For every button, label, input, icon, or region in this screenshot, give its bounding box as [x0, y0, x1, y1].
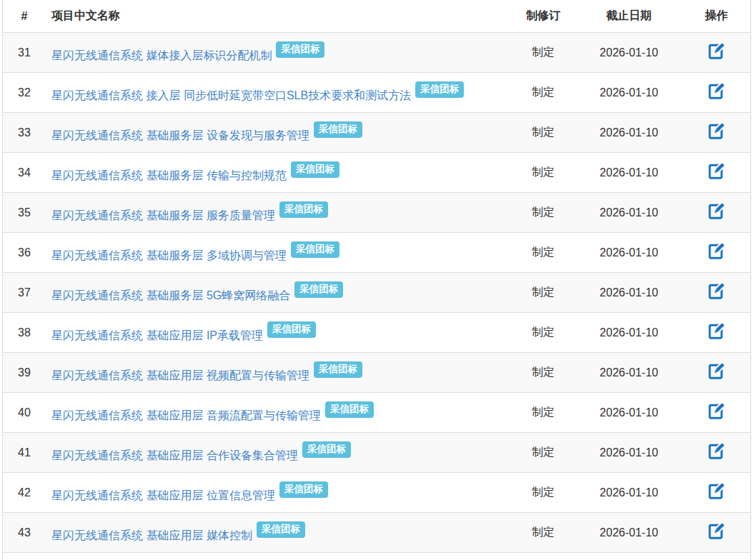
actions-cell	[683, 393, 750, 433]
tag-badge-label: 采信团标	[296, 164, 334, 174]
table-row: 44 星闪无线通信系统 网络安全 通用要求采信团标 制定 2026-01-10	[3, 553, 750, 560]
row-number: 32	[3, 73, 46, 113]
table-row: 42 星闪无线通信系统 基础应用层 位置信息管理采信团标 制定 2026-01-…	[3, 473, 750, 513]
tag-badge: 采信团标	[325, 401, 374, 418]
deadline-cell: 2026-01-10	[575, 193, 683, 233]
edit-icon	[707, 281, 726, 301]
actions-cell	[683, 233, 750, 273]
col-header-index: #	[3, 0, 46, 33]
row-number: 37	[3, 273, 46, 313]
project-name-link[interactable]: 星闪无线通信系统 接入层 同步低时延宽带空口SLB技术要求和测试方法	[51, 89, 411, 101]
edit-button[interactable]	[707, 401, 726, 421]
project-name-cell: 星闪无线通信系统 基础应用层 媒体控制采信团标	[46, 513, 511, 553]
tag-badge-label: 采信团标	[296, 244, 334, 254]
edit-icon	[707, 41, 726, 61]
table-row: 43 星闪无线通信系统 基础应用层 媒体控制采信团标 制定 2026-01-10	[3, 513, 750, 553]
tag-badge: 采信团标	[276, 41, 324, 58]
table-row: 32 星闪无线通信系统 接入层 同步低时延宽带空口SLB技术要求和测试方法采信团…	[3, 73, 750, 113]
project-name-link[interactable]: 星闪无线通信系统 基础应用层 音频流配置与传输管理	[51, 409, 321, 421]
project-name-link[interactable]: 星闪无线通信系统 基础应用层 媒体控制	[51, 529, 252, 541]
row-number: 40	[3, 393, 46, 433]
revision-cell: 制定	[511, 33, 575, 73]
edit-button[interactable]	[707, 241, 726, 261]
deadline-cell: 2026-01-10	[575, 233, 683, 273]
actions-cell	[683, 433, 750, 473]
edit-icon	[707, 321, 726, 341]
project-name-cell: 星闪无线通信系统 基础应用层 音频流配置与传输管理采信团标	[46, 393, 511, 433]
table-row: 34 星闪无线通信系统 基础服务层 传输与控制规范采信团标 制定 2026-01…	[3, 153, 750, 193]
row-number: 36	[3, 233, 46, 273]
actions-cell	[683, 193, 750, 233]
tag-badge: 采信团标	[291, 161, 339, 178]
row-number: 39	[3, 353, 46, 393]
project-name-link[interactable]: 星闪无线通信系统 基础服务层 服务质量管理	[51, 209, 275, 221]
actions-cell	[683, 33, 750, 73]
project-name-link[interactable]: 星闪无线通信系统 基础服务层 设备发现与服务管理	[51, 129, 309, 141]
tag-badge: 采信团标	[279, 481, 328, 498]
project-name-link[interactable]: 星闪无线通信系统 基础应用层 位置信息管理	[51, 489, 275, 501]
col-header-actions: 操作	[683, 0, 750, 33]
projects-table: # 项目中文名称 制修订 截止日期 操作 31 星闪无线通信系统 媒体接入层标识…	[3, 0, 750, 560]
edit-button[interactable]	[707, 321, 726, 341]
tag-badge: 采信团标	[415, 81, 464, 98]
table-row: 31 星闪无线通信系统 媒体接入层标识分配机制采信团标 制定 2026-01-1…	[3, 33, 750, 73]
deadline-cell: 2026-01-10	[575, 393, 683, 433]
tag-badge-label: 采信团标	[319, 364, 357, 374]
edit-button[interactable]	[707, 441, 726, 461]
edit-icon	[707, 401, 726, 421]
deadline-cell: 2026-01-10	[575, 313, 683, 353]
col-header-revision: 制修订	[511, 0, 575, 33]
edit-icon	[707, 121, 726, 141]
edit-button[interactable]	[707, 281, 726, 301]
edit-icon	[707, 241, 726, 261]
tag-badge-label: 采信团标	[284, 484, 323, 494]
tag-badge-label: 采信团标	[420, 84, 459, 94]
row-number: 35	[3, 193, 46, 233]
project-name-link[interactable]: 星闪无线通信系统 基础应用层 视频配置与传输管理	[51, 369, 309, 381]
actions-cell	[683, 273, 750, 313]
project-name-link[interactable]: 星闪无线通信系统 基础服务层 多域协调与管理	[51, 249, 287, 261]
revision-cell: 制定	[511, 153, 575, 193]
table-body: 31 星闪无线通信系统 媒体接入层标识分配机制采信团标 制定 2026-01-1…	[3, 33, 750, 560]
row-number: 38	[3, 313, 46, 353]
actions-cell	[683, 313, 750, 353]
deadline-cell: 2026-01-10	[575, 33, 683, 73]
edit-button[interactable]	[707, 521, 726, 541]
table-row: 37 星闪无线通信系统 基础服务层 5G蜂窝网络融合采信团标 制定 2026-0…	[3, 273, 750, 313]
deadline-cell: 2026-01-10	[575, 553, 683, 560]
projects-panel: # 项目中文名称 制修订 截止日期 操作 31 星闪无线通信系统 媒体接入层标识…	[2, 0, 751, 560]
edit-button[interactable]	[707, 161, 726, 181]
tag-badge: 采信团标	[291, 241, 339, 258]
project-name-cell: 星闪无线通信系统 基础服务层 设备发现与服务管理采信团标	[46, 113, 511, 153]
revision-cell: 制定	[511, 233, 575, 273]
table-row: 38 星闪无线通信系统 基础应用层 IP承载管理采信团标 制定 2026-01-…	[3, 313, 750, 353]
project-name-link[interactable]: 星闪无线通信系统 媒体接入层标识分配机制	[51, 49, 272, 61]
edit-button[interactable]	[707, 41, 726, 61]
tag-badge: 采信团标	[257, 521, 305, 538]
deadline-cell: 2026-01-10	[575, 353, 683, 393]
project-name-cell: 星闪无线通信系统 基础服务层 多域协调与管理采信团标	[46, 233, 511, 273]
col-header-deadline: 截止日期	[575, 0, 683, 33]
tag-badge-label: 采信团标	[284, 204, 323, 214]
actions-cell	[683, 113, 750, 153]
edit-button[interactable]	[707, 481, 726, 501]
edit-button[interactable]	[707, 201, 726, 221]
row-number: 44	[3, 553, 46, 560]
deadline-cell: 2026-01-10	[575, 153, 683, 193]
actions-cell	[683, 353, 750, 393]
project-name-link[interactable]: 星闪无线通信系统 基础服务层 传输与控制规范	[51, 169, 287, 181]
project-name-link[interactable]: 星闪无线通信系统 基础应用层 IP承载管理	[51, 329, 263, 341]
project-name-link[interactable]: 星闪无线通信系统 基础应用层 合作设备集合管理	[51, 449, 298, 461]
edit-button[interactable]	[707, 361, 726, 381]
project-name-link[interactable]: 星闪无线通信系统 基础服务层 5G蜂窝网络融合	[51, 289, 290, 301]
edit-button[interactable]	[707, 81, 726, 101]
edit-icon	[707, 361, 726, 381]
row-number: 31	[3, 33, 46, 73]
col-header-name: 项目中文名称	[46, 0, 511, 33]
revision-cell: 制定	[511, 393, 575, 433]
tag-badge: 采信团标	[279, 201, 328, 218]
actions-cell	[683, 553, 750, 560]
edit-button[interactable]	[707, 121, 726, 141]
table-row: 33 星闪无线通信系统 基础服务层 设备发现与服务管理采信团标 制定 2026-…	[3, 113, 750, 153]
deadline-cell: 2026-01-10	[575, 473, 683, 513]
